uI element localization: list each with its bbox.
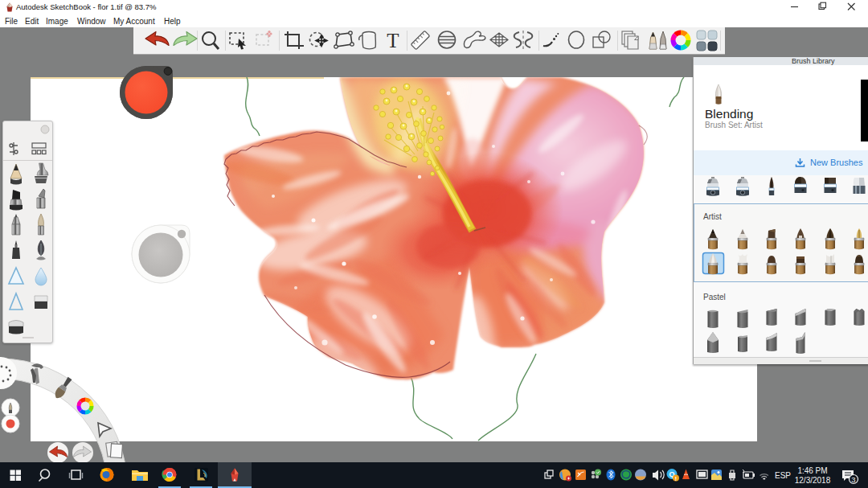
svg-text:Artist: Artist bbox=[703, 212, 722, 221]
svg-text:3: 3 bbox=[851, 475, 855, 484]
svg-text:1:46 PM: 1:46 PM bbox=[797, 466, 827, 475]
svg-text:Pastel: Pastel bbox=[703, 293, 726, 301]
svg-text:12/3/2018: 12/3/2018 bbox=[795, 476, 831, 485]
svg-text:T: T bbox=[387, 30, 399, 51]
svg-text:!: ! bbox=[675, 476, 677, 482]
svg-text:ESP: ESP bbox=[775, 471, 791, 480]
